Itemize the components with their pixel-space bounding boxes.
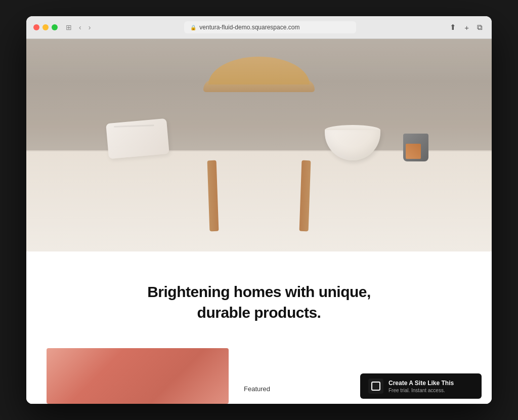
tab-overview-button[interactable]: ⧉: [475, 22, 485, 33]
content-section: Brightening homes with unique, durable p…: [26, 251, 492, 348]
minimize-button[interactable]: [42, 24, 49, 30]
cup-accent: [406, 144, 421, 159]
squarespace-banner[interactable]: Create A Site Like This Free trial. Inst…: [360, 373, 482, 399]
squarespace-title: Create A Site Like This: [388, 380, 473, 387]
chair-back: [193, 79, 325, 171]
forward-button[interactable]: ›: [87, 22, 93, 32]
address-bar-wrap: 🔒 ventura-fluid-demo.squarespace.com: [99, 21, 442, 33]
featured-label: Featured: [244, 385, 270, 393]
cloth-fold: [114, 124, 154, 128]
bowl-body: [325, 130, 380, 160]
hero-background: [26, 39, 492, 251]
small-cup: [403, 129, 431, 161]
bowl-item: [325, 125, 380, 160]
hero-section: Ventura Shop About Contact Stockists: [26, 39, 492, 251]
headline-line2: durable products.: [197, 304, 321, 321]
sidebar-toggle-button[interactable]: ⊞: [64, 22, 74, 32]
close-button[interactable]: [33, 24, 39, 30]
product-image-warm: [47, 348, 229, 404]
share-button[interactable]: ⬆: [448, 22, 458, 33]
fullscreen-button[interactable]: [52, 24, 58, 30]
browser-actions: ⬆ + ⧉: [448, 22, 485, 33]
product-card-1[interactable]: [47, 348, 229, 404]
headline-line1: Brightening homes with unique,: [147, 283, 371, 300]
url-text: ventura-fluid-demo.squarespace.com: [199, 24, 299, 31]
squarespace-subtitle: Free trial. Instant access.: [388, 388, 473, 393]
traffic-lights: [33, 24, 58, 30]
hero-scene: [26, 39, 492, 251]
squarespace-logo-inner: [371, 382, 380, 391]
cup-body: [403, 134, 428, 161]
browser-window: ⊞ ‹ › 🔒 ventura-fluid-demo.squarespace.c…: [26, 16, 492, 404]
back-button[interactable]: ‹: [77, 22, 83, 32]
cloth-body: [106, 118, 169, 159]
bottom-section: Featured Create A Site Like This Free tr…: [26, 348, 492, 404]
chair-backrest: [203, 79, 315, 92]
lock-icon: 🔒: [190, 25, 196, 30]
address-bar[interactable]: 🔒 ventura-fluid-demo.squarespace.com: [184, 21, 356, 33]
main-headline: Brightening homes with unique, durable p…: [47, 282, 471, 323]
new-tab-button[interactable]: +: [462, 22, 471, 33]
browser-controls: ⊞ ‹ ›: [64, 22, 93, 32]
cloth-item: [107, 121, 173, 161]
squarespace-text: Create A Site Like This Free trial. Inst…: [388, 380, 473, 393]
browser-chrome: ⊞ ‹ › 🔒 ventura-fluid-demo.squarespace.c…: [26, 16, 492, 39]
squarespace-logo: [368, 379, 383, 394]
site-content: Ventura Shop About Contact Stockists: [26, 39, 492, 404]
